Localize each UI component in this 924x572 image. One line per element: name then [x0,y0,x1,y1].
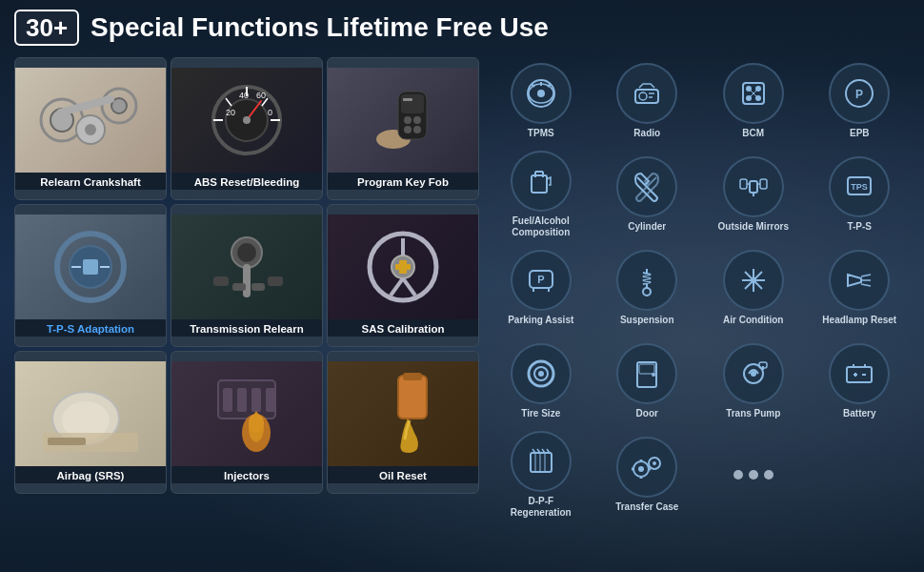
icon-parking[interactable]: P Parking Assist [491,244,592,332]
svg-point-34 [237,243,256,262]
icon-circle-suspension [616,250,677,311]
icon-circle-door [616,343,677,404]
card-label-crankshaft: Relearn Crankshaft [15,173,166,190]
card-airbag[interactable]: Airbag (SRS) [14,351,167,494]
icon-suspension[interactable]: Suspension [597,244,698,332]
icon-circle-tps-right: TPS [829,156,890,217]
icon-radio[interactable]: Radio [597,57,698,145]
icon-label-aircond: Air Condition [723,315,783,326]
icon-label-radio: Radio [633,128,660,139]
card-img-airbag [15,361,166,466]
icon-label-tps-right: T-P-S [847,221,872,233]
svg-rect-38 [251,283,265,291]
svg-rect-78 [532,175,547,193]
svg-line-43 [391,278,403,296]
svg-text:TPS: TPS [851,182,868,192]
icon-label-bcm: BCM [742,128,764,139]
icon-fuel[interactable]: Fuel/AlcoholComposition [491,151,592,238]
svg-point-112 [751,371,756,377]
svg-rect-84 [760,179,767,189]
card-injectors[interactable]: Injectors [171,351,323,494]
card-label-injectors: Injectors [171,466,322,483]
icon-label-epb: EPB [850,128,870,139]
card-label-oil: Oil Reset [328,466,478,483]
icon-headlamp[interactable]: Headlamp Reset [810,244,911,332]
svg-rect-53 [237,388,247,412]
svg-point-15 [243,116,251,124]
icon-label-dpf: D-P-FRegeneration [511,496,572,519]
icon-transfercase[interactable]: Transfer Case [597,431,698,519]
icon-label-tpms: TPMS [528,128,554,139]
svg-rect-30 [83,259,98,275]
card-label-transmission: Transmission Relearn [171,319,322,337]
icon-circle-radio [616,63,677,124]
card-img-keyfob [328,68,478,173]
icon-transpump[interactable]: Trans Pump [703,337,804,425]
icon-circle-tiresize [511,343,572,404]
card-label-abs: ABS Reset/Bleeding [171,173,322,190]
icon-circle-tpms [511,63,572,124]
svg-text:20: 20 [226,108,235,117]
svg-rect-59 [403,373,422,380]
icon-label-tiresize: Tire Size [521,408,560,419]
card-img-injectors [171,361,322,466]
card-grid: Relearn Crankshaft [14,57,479,519]
card-img-oil [328,361,478,466]
card-img-sas [328,214,478,319]
card-label-keyfob: Program Key Fob [328,173,478,190]
icon-door[interactable]: Door [597,337,698,425]
card-img-abs: 20 40 60 0 [171,68,322,173]
icon-label-headlamp: Headlamp Reset [822,315,896,326]
svg-rect-82 [750,181,757,193]
svg-rect-55 [266,388,275,412]
icon-circle-transfercase [616,437,677,498]
card-abs[interactable]: 20 40 60 0 ABS Reset/Bleeding [171,57,323,200]
svg-point-25 [404,126,412,133]
card-oil[interactable]: Oil Reset [327,351,479,494]
icon-circle-headlamp [829,250,890,311]
icon-label-transpump: Trans Pump [726,408,780,419]
icon-bcm[interactable]: BCM [703,57,804,145]
card-crankshaft[interactable]: Relearn Crankshaft [14,57,167,200]
icon-epb[interactable]: P EPB [810,57,911,145]
main-layout: Relearn Crankshaft [14,57,910,519]
icon-label-door: Door [636,408,658,419]
card-img-transmission [171,214,322,319]
svg-point-101 [751,277,756,283]
svg-rect-39 [268,276,283,286]
dot-1 [733,470,743,480]
svg-text:60: 60 [256,91,266,100]
card-transmission[interactable]: Transmission Relearn [171,204,323,347]
icon-tps-right[interactable]: TPS T-P-S [810,151,911,238]
svg-rect-54 [251,388,261,412]
icon-circle-dpf [511,431,572,492]
icon-dpf[interactable]: D-P-FRegeneration [491,431,592,519]
icon-tpms[interactable]: TPMS [491,57,592,145]
svg-rect-58 [398,376,427,419]
svg-text:40: 40 [239,91,249,100]
icon-circle-mirrors [723,156,784,217]
card-img-crankshaft [15,68,166,173]
card-img-tps [15,214,166,319]
icon-aircond[interactable]: Air Condition [703,244,804,332]
icon-label-mirrors: Outside Mirrors [718,221,789,233]
icon-circle-bcm [723,63,784,124]
svg-rect-35 [243,264,251,297]
icon-mirrors[interactable]: Outside Mirrors [703,151,804,238]
icon-circle-fuel [511,151,572,212]
svg-text:P: P [537,274,544,285]
card-keyfob[interactable]: Program Key Fob [327,57,479,200]
icon-battery[interactable]: Battery [810,337,911,425]
svg-point-128 [653,461,656,465]
icon-more[interactable] [703,431,804,519]
icon-tiresize[interactable]: Tire Size [491,337,592,425]
header: 30+ Special Functions Lifetime Free Use [14,10,910,46]
svg-rect-83 [740,179,747,189]
icon-cylinder[interactable]: Cylinder [597,151,698,238]
badge-30plus: 30+ [14,10,79,46]
card-tps[interactable]: T-P-S Adaptation [14,204,167,347]
icon-circle-aircond [723,250,784,311]
svg-point-61 [537,90,545,97]
svg-point-126 [638,466,644,472]
card-sas[interactable]: SAS Calibration [327,204,479,347]
